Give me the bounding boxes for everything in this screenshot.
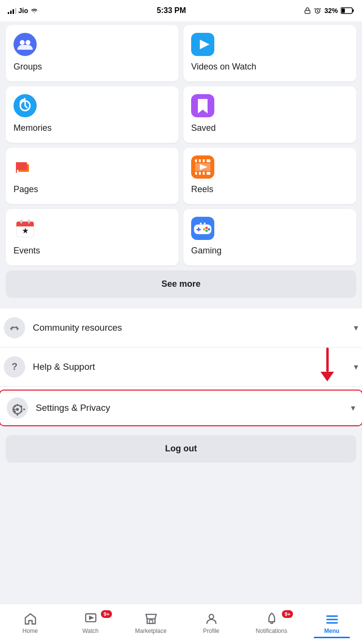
community-resources-icon bbox=[4, 317, 25, 338]
battery-percent: 32% bbox=[324, 7, 338, 14]
svg-rect-30 bbox=[16, 224, 34, 226]
menu-card-pages[interactable]: Pages bbox=[6, 148, 179, 204]
list-section: Community resources ▾ ? Help & Support ▾ bbox=[0, 308, 362, 426]
svg-point-6 bbox=[20, 40, 25, 45]
lock-icon bbox=[304, 7, 311, 14]
svg-rect-33 bbox=[28, 220, 30, 224]
menu-icon bbox=[325, 612, 339, 626]
logout-section: Log out bbox=[0, 429, 362, 468]
svg-point-40 bbox=[206, 230, 208, 232]
marketplace-icon bbox=[144, 612, 158, 626]
nav-item-menu[interactable]: Menu bbox=[302, 612, 362, 636]
groups-label: Groups bbox=[14, 62, 171, 72]
svg-rect-20 bbox=[201, 159, 203, 162]
saved-label: Saved bbox=[191, 123, 348, 133]
status-bar: Jio 5:33 PM 32% bbox=[0, 0, 362, 21]
main-content: Groups Videos on Watch bbox=[0, 21, 362, 305]
svg-point-48 bbox=[16, 408, 19, 411]
list-item-help-support[interactable]: ? Help & Support ▾ bbox=[0, 348, 362, 386]
svg-rect-15 bbox=[16, 162, 27, 170]
menu-card-saved[interactable]: Saved bbox=[183, 86, 356, 143]
videos-on-watch-label: Videos on Watch bbox=[191, 62, 348, 72]
svg-rect-37 bbox=[196, 229, 201, 230]
events-label: Events bbox=[14, 246, 171, 256]
help-support-label: Help & Support bbox=[33, 362, 354, 372]
menu-card-groups[interactable]: Groups bbox=[6, 25, 179, 82]
nav-menu-label: Menu bbox=[324, 628, 339, 634]
svg-rect-25 bbox=[197, 172, 199, 175]
menu-card-events[interactable]: ★ Events bbox=[6, 209, 179, 266]
nav-item-watch[interactable]: 9+ Watch bbox=[60, 612, 121, 636]
battery-icon bbox=[341, 7, 354, 14]
svg-point-7 bbox=[26, 40, 30, 45]
nav-notifications-label: Notifications bbox=[256, 628, 287, 634]
svg-rect-26 bbox=[201, 172, 203, 175]
menu-card-reels[interactable]: Reels bbox=[183, 148, 356, 204]
chevron-icon-help: ▾ bbox=[354, 362, 358, 372]
svg-text:?: ? bbox=[12, 361, 17, 372]
pages-label: Pages bbox=[14, 184, 171, 195]
svg-rect-49 bbox=[17, 404, 18, 406]
menu-card-gaming[interactable]: Gaming bbox=[183, 209, 356, 266]
gaming-icon bbox=[191, 217, 214, 240]
nav-profile-label: Profile bbox=[203, 628, 219, 634]
svg-rect-50 bbox=[17, 414, 18, 416]
settings-privacy-icon bbox=[7, 397, 28, 419]
list-item-settings-privacy[interactable]: Settings & Privacy ▾ bbox=[0, 390, 362, 426]
nav-item-notifications[interactable]: 9+ Notifications bbox=[241, 612, 302, 636]
svg-rect-27 bbox=[205, 172, 207, 175]
nav-item-home[interactable]: Home bbox=[0, 612, 60, 636]
menu-card-memories[interactable]: Memories bbox=[6, 86, 179, 143]
events-icon: ★ bbox=[14, 217, 37, 240]
wifi-icon bbox=[30, 7, 39, 14]
community-resources-label: Community resources bbox=[33, 322, 354, 333]
menu-grid: Groups Videos on Watch bbox=[6, 25, 356, 266]
svg-point-38 bbox=[206, 227, 208, 229]
status-left: Jio bbox=[8, 7, 39, 14]
chevron-icon: ▾ bbox=[354, 322, 358, 333]
saved-icon bbox=[191, 94, 214, 117]
groups-icon bbox=[14, 33, 37, 56]
svg-point-5 bbox=[14, 33, 37, 56]
svg-point-60 bbox=[209, 614, 213, 618]
status-right: 32% bbox=[304, 7, 354, 14]
svg-rect-4 bbox=[352, 10, 354, 12]
svg-rect-0 bbox=[305, 10, 310, 13]
videos-icon bbox=[191, 33, 214, 56]
section-divider bbox=[0, 305, 362, 308]
svg-point-39 bbox=[208, 228, 210, 231]
menu-card-videos-on-watch[interactable]: Videos on Watch bbox=[183, 25, 356, 82]
svg-rect-51 bbox=[14, 409, 15, 410]
nav-item-marketplace[interactable]: Marketplace bbox=[121, 612, 181, 636]
see-more-button[interactable]: See more bbox=[6, 270, 356, 298]
svg-rect-32 bbox=[20, 220, 22, 224]
svg-rect-3 bbox=[341, 9, 345, 13]
notifications-badge: 9+ bbox=[282, 610, 293, 618]
reels-label: Reels bbox=[191, 184, 348, 195]
nav-home-label: Home bbox=[22, 628, 38, 634]
logout-button[interactable]: Log out bbox=[6, 435, 356, 462]
active-bar bbox=[314, 637, 350, 638]
watch-icon bbox=[84, 612, 97, 626]
memories-label: Memories bbox=[14, 123, 171, 133]
svg-point-42 bbox=[200, 223, 202, 224]
svg-rect-21 bbox=[205, 159, 207, 162]
annotation-arrow bbox=[320, 348, 334, 381]
pages-icon bbox=[14, 155, 37, 179]
chevron-icon-settings: ▾ bbox=[351, 403, 355, 413]
list-item-community-resources[interactable]: Community resources ▾ bbox=[0, 308, 362, 348]
gaming-label: Gaming bbox=[191, 246, 348, 256]
alarm-icon bbox=[314, 7, 321, 14]
nav-item-profile[interactable]: Profile bbox=[181, 612, 241, 636]
nav-marketplace-label: Marketplace bbox=[135, 628, 167, 634]
profile-icon bbox=[205, 612, 218, 626]
bottom-nav: Home 9+ Watch Marketplace Profile 9+ bbox=[0, 603, 362, 644]
svg-rect-52 bbox=[23, 409, 25, 410]
carrier-label: Jio bbox=[18, 7, 28, 14]
notifications-icon bbox=[265, 612, 278, 626]
svg-text:★: ★ bbox=[22, 227, 28, 235]
settings-privacy-label: Settings & Privacy bbox=[36, 403, 351, 413]
help-support-icon: ? bbox=[4, 356, 25, 378]
signal-icon bbox=[8, 7, 16, 14]
svg-point-41 bbox=[203, 228, 206, 231]
